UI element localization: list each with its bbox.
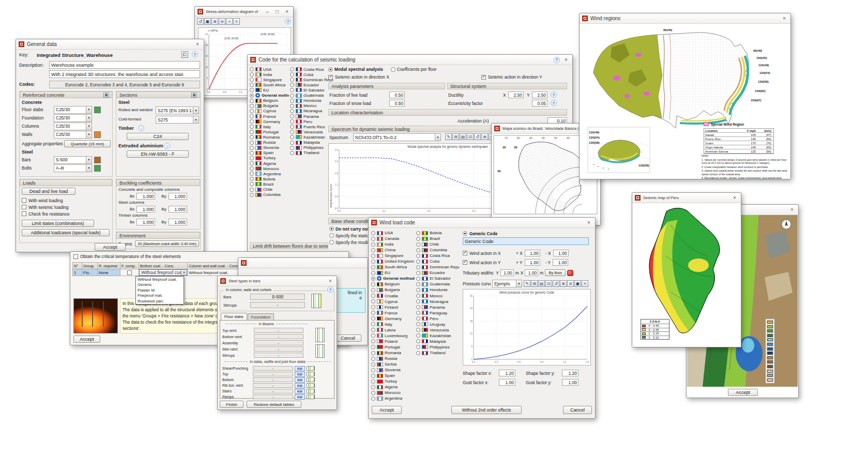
country-radio[interactable]	[250, 172, 254, 176]
material-select[interactable]: S-500▼	[54, 156, 92, 164]
country-radio[interactable]	[290, 151, 294, 155]
country-option[interactable]: Philippines	[290, 145, 333, 150]
copy-icon[interactable]: ⊡	[467, 133, 474, 140]
country-option[interactable]: Spain	[371, 373, 415, 378]
country-radio[interactable]	[416, 322, 420, 326]
country-option[interactable]: Costa Rica	[416, 253, 460, 259]
zoom-window-icon[interactable]: ▣	[574, 280, 581, 287]
country-option[interactable]: Colombia	[250, 192, 289, 197]
bx-input[interactable]: 1.000	[136, 193, 155, 200]
country-radio[interactable]	[371, 316, 375, 321]
timber-info-icon[interactable]: ↓	[138, 125, 144, 131]
country-option[interactable]: Poland	[371, 339, 415, 344]
tab-floor-slabs[interactable]: Floor slabs	[221, 313, 247, 320]
country-option[interactable]: Algeria	[250, 161, 289, 166]
country-radio[interactable]	[250, 135, 254, 139]
country-option[interactable]: Turkey	[250, 156, 289, 161]
checkbox[interactable]	[481, 75, 486, 80]
country-option[interactable]: Panama	[290, 114, 333, 119]
country-option[interactable]: Croatia	[371, 293, 415, 299]
steel-select[interactable]: -	[254, 346, 303, 352]
open-icon[interactable]: ▤	[538, 280, 545, 287]
bottom-coat-cell[interactable]: Without fireproof coat.▼	[139, 269, 188, 276]
country-option[interactable]: Germany	[371, 316, 415, 322]
steel-select[interactable]: -	[253, 389, 293, 393]
country-radio[interactable]	[250, 188, 254, 192]
country-option[interactable]: Chile	[250, 187, 289, 192]
country-option[interactable]: Bolivia	[416, 230, 460, 236]
country-radio[interactable]	[250, 141, 254, 145]
country-radio[interactable]	[290, 88, 294, 92]
country-option[interactable]: South Africa	[250, 82, 289, 87]
steel-select[interactable]: -	[254, 334, 303, 339]
country-option[interactable]: Portugal	[250, 129, 289, 134]
material-icon[interactable]	[94, 107, 101, 113]
country-radio[interactable]	[371, 242, 375, 247]
generic-code-input[interactable]	[463, 237, 589, 245]
country-option[interactable]: Russia	[371, 356, 415, 361]
pan-icon[interactable]: +	[226, 18, 233, 25]
dropdown-item[interactable]: Without fireproof coat.	[136, 277, 184, 282]
country-option[interactable]: Singapore	[371, 253, 415, 259]
bar-table-button[interactable]: B|B	[295, 383, 305, 388]
checkbox[interactable]	[463, 251, 467, 255]
country-option[interactable]: Mexico	[416, 293, 460, 299]
steel-select[interactable]: -	[254, 328, 303, 333]
ductility-y-input[interactable]: 2.50	[532, 92, 547, 98]
country-radio[interactable]	[250, 99, 254, 103]
material-icon[interactable]	[94, 131, 101, 138]
by-floor-button[interactable]: By floor	[545, 269, 566, 276]
checkbox[interactable]	[22, 205, 26, 209]
country-option[interactable]: Cuba	[290, 72, 333, 77]
cold-formed-select[interactable]: S275▼	[156, 116, 199, 124]
country-radio[interactable]	[416, 271, 420, 275]
country-option[interactable]: Bulgaria	[250, 103, 289, 109]
country-radio[interactable]	[250, 94, 254, 98]
help-icon[interactable]: ?	[285, 18, 291, 24]
country-radio[interactable]	[416, 339, 420, 343]
limit-states-button[interactable]: Limit states (combinations)	[22, 220, 94, 227]
country-radio[interactable]	[371, 333, 375, 338]
country-radio[interactable]	[371, 351, 375, 355]
load-check-row[interactable]: Check fire resistance	[22, 210, 69, 217]
material-select[interactable]: C25/30▼	[54, 123, 92, 130]
country-radio[interactable]	[416, 333, 420, 338]
close-icon[interactable]: ×	[327, 278, 334, 285]
help-icon[interactable]: ?	[327, 286, 333, 293]
country-option[interactable]: Luxembourg	[371, 333, 415, 339]
country-radio[interactable]	[290, 109, 294, 113]
country-radio[interactable]	[416, 254, 420, 258]
seismic-y-check[interactable]: Seismic action in direction Y	[481, 74, 542, 80]
maximize-icon[interactable]: □	[273, 8, 281, 16]
radio[interactable]	[329, 226, 334, 231]
country-radio[interactable]	[371, 357, 375, 361]
analysis-option[interactable]: Coefficients per floor	[391, 67, 437, 72]
country-radio[interactable]	[371, 345, 375, 349]
country-option[interactable]: France	[250, 114, 289, 119]
country-radio[interactable]	[371, 368, 375, 372]
country-option[interactable]: Puerto Rico	[290, 124, 333, 129]
timber-button[interactable]: C24	[127, 133, 189, 140]
country-radio[interactable]	[250, 83, 254, 87]
checkbox[interactable]	[73, 254, 78, 259]
tributary-y-input[interactable]: 1.00	[500, 269, 514, 276]
help-icon[interactable]: ?	[551, 92, 557, 98]
country-radio[interactable]	[290, 114, 294, 118]
load-check-row[interactable]: With seismic loading	[22, 204, 69, 210]
close-icon[interactable]: ×	[788, 206, 796, 214]
bar-table-button[interactable]: B|B	[295, 372, 305, 377]
country-radio[interactable]	[250, 114, 254, 118]
country-option[interactable]: Italy	[371, 322, 415, 327]
checkbox[interactable]	[463, 260, 467, 265]
steel-select[interactable]: -	[253, 366, 293, 371]
country-radio[interactable]	[371, 254, 375, 258]
radio[interactable]	[328, 67, 333, 72]
zoom-in-icon[interactable]: ⊕	[481, 133, 488, 140]
country-option[interactable]: Algeria	[371, 384, 415, 390]
country-radio[interactable]	[416, 328, 420, 332]
country-radio[interactable]	[416, 248, 420, 252]
country-option[interactable]: Panama	[416, 305, 460, 310]
country-radio[interactable]	[290, 104, 294, 108]
gust-x-input[interactable]: 1.00	[499, 379, 515, 386]
country-radio[interactable]	[250, 72, 254, 77]
